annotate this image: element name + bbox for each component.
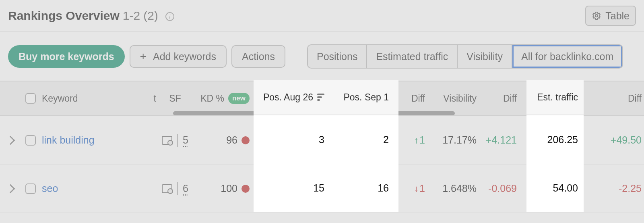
- keyword-link[interactable]: link building: [42, 134, 95, 146]
- col-kd[interactable]: KD % new: [193, 81, 254, 115]
- col-sf[interactable]: SF: [157, 81, 193, 115]
- page-title: Rankings Overview: [8, 9, 120, 23]
- arrow-up-icon: ↑: [414, 135, 419, 146]
- title-bar: Rankings Overview 1-2 (2) i Table: [0, 0, 644, 32]
- table-settings-button[interactable]: Table: [585, 6, 636, 26]
- visibility-diff-value: -0.069: [488, 183, 517, 194]
- add-keywords-button[interactable]: + Add keywords: [130, 45, 227, 68]
- row-checkbox[interactable]: [25, 183, 36, 194]
- col-traffic-diff[interactable]: Diff: [580, 81, 644, 115]
- serp-features-icon[interactable]: [162, 184, 172, 193]
- actions-button[interactable]: Actions: [231, 45, 285, 68]
- pos1-value: 3: [319, 134, 324, 146]
- kd-difficulty-dot-icon: [242, 136, 250, 144]
- keyword-link[interactable]: seo: [42, 183, 58, 194]
- pos-diff-value: 1: [419, 134, 425, 146]
- pos2-value: 16: [378, 183, 389, 194]
- toolbar: Buy more keywords + Add keywords Actions…: [0, 32, 644, 81]
- svg-point-0: [595, 15, 598, 17]
- col-keyword[interactable]: Keyword: [40, 81, 145, 115]
- sf-count[interactable]: 5: [183, 134, 188, 146]
- est-traffic-value: 206.25: [547, 134, 577, 146]
- new-badge: new: [228, 93, 250, 104]
- traffic-diff-value: -2.25: [619, 183, 642, 194]
- horizontal-scrollbar[interactable]: [173, 111, 455, 115]
- sort-icon: [317, 95, 324, 102]
- pos1-value: 15: [313, 183, 324, 194]
- select-all-checkbox[interactable]: [25, 93, 36, 104]
- est-traffic-value: 54.00: [552, 183, 577, 194]
- tab-visibility[interactable]: Visibility: [457, 45, 512, 68]
- col-pos-aug26[interactable]: Pos. Aug 26: [254, 81, 334, 115]
- expand-row-icon[interactable]: [6, 184, 15, 193]
- col-est-traffic[interactable]: Est. traffic: [519, 81, 580, 115]
- divider: [177, 182, 178, 195]
- serp-features-icon[interactable]: [162, 136, 172, 145]
- col-pos-diff[interactable]: Diff: [398, 81, 427, 115]
- table-settings-label: Table: [605, 10, 630, 22]
- gear-icon: [592, 11, 601, 21]
- tab-estimated-traffic[interactable]: Estimated traffic: [366, 45, 457, 68]
- visibility-diff-value: +4.121: [486, 134, 517, 146]
- rankings-table: Keyword t SF KD % new Pos. Aug 26 Pos. S…: [0, 81, 644, 213]
- row-checkbox[interactable]: [25, 135, 36, 146]
- kd-difficulty-dot-icon: [242, 185, 250, 193]
- visibility-value: 1.648%: [442, 183, 477, 194]
- kd-value: 96: [226, 134, 237, 146]
- pos2-value: 2: [383, 134, 389, 146]
- kd-value: 100: [221, 183, 237, 194]
- info-icon[interactable]: i: [165, 12, 174, 21]
- tab-all-for-domain[interactable]: All for backlinko.com: [512, 45, 622, 68]
- col-visibility[interactable]: Visibility: [427, 81, 479, 115]
- col-visibility-diff[interactable]: Diff: [479, 81, 519, 115]
- table-row: seo 6 100 15 16 ↓1 1.648% -0.069 54.00 -…: [0, 165, 644, 213]
- plus-icon: +: [140, 50, 147, 63]
- arrow-down-icon: ↓: [414, 183, 419, 194]
- buy-keywords-button[interactable]: Buy more keywords: [8, 45, 125, 68]
- visibility-value: 17.17%: [442, 134, 477, 146]
- col-pos-sep1[interactable]: Pos. Sep 1: [334, 81, 398, 115]
- pos-diff-value: 1: [419, 183, 425, 194]
- divider: [177, 134, 178, 147]
- table-row: link building 5 96 3 2 ↑1 17.17% +4.121 …: [0, 116, 644, 165]
- view-tabs: Positions Estimated traffic Visibility A…: [307, 44, 623, 69]
- page-range: 1-2: [123, 9, 140, 23]
- sf-count[interactable]: 6: [183, 183, 188, 194]
- expand-row-icon[interactable]: [6, 135, 15, 145]
- traffic-diff-value: +49.50: [611, 134, 642, 146]
- page-count: (2): [143, 9, 158, 23]
- col-t[interactable]: t: [145, 81, 157, 115]
- tab-positions[interactable]: Positions: [308, 45, 366, 68]
- table-header-row: Keyword t SF KD % new Pos. Aug 26 Pos. S…: [0, 81, 644, 116]
